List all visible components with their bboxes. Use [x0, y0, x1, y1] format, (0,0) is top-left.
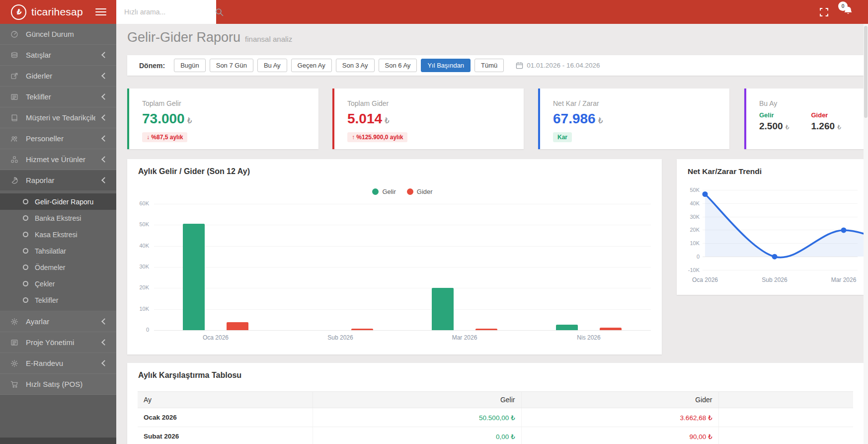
date-range-text: 01.01.2026 - 16.04.2026 — [527, 62, 600, 69]
notifications-bell[interactable]: 0 — [843, 6, 853, 18]
chevron-left-icon — [101, 93, 108, 100]
circle-icon — [23, 215, 28, 221]
chevron-left-icon — [101, 135, 108, 142]
period-button-son-7-g-n[interactable]: Son 7 Gün — [210, 59, 253, 73]
sidebar-subitem-demeler[interactable]: Ödemeler — [0, 259, 116, 275]
bar-chart-card: Aylık Gelir / Gider (Son 12 Ay) GelirGid… — [127, 159, 662, 355]
bar-gelir-nis-2026 — [556, 325, 578, 330]
x-axis-label: Nis 2026 — [566, 334, 611, 341]
app-window: ₺ ticarihesap 0 Günc — [0, 0, 868, 444]
reports-icon — [10, 177, 19, 184]
cell-gider: 90,00 ₺ — [521, 427, 718, 444]
table-title: Aylık Karşılaştırma Tablosu — [138, 371, 241, 380]
trend-line-svg — [677, 159, 864, 295]
cell-gider: 3.662,68 ₺ — [521, 408, 718, 427]
scrollbar-thumb[interactable] — [864, 26, 868, 118]
period-button-bu-ay[interactable]: Bu Ay — [257, 59, 287, 73]
table-header: AyGelirGider — [138, 392, 853, 408]
comparison-table-card: Aylık Karşılaştırma Tablosu AyGelirGider… — [127, 363, 864, 444]
search-input[interactable] — [123, 7, 215, 16]
sidebar-subitem-teklifler[interactable]: Teklifler — [0, 292, 116, 308]
kar-badge: Kar — [553, 132, 572, 142]
period-button-son-6-ay[interactable]: Son 6 Ay — [379, 59, 417, 73]
sidebar-menu: Güncel DurumSatışlarGiderlerTekliflerMüş… — [0, 24, 116, 395]
fullscreen-icon[interactable] — [820, 8, 828, 16]
gridline — [154, 225, 651, 225]
brand[interactable]: ₺ ticarihesap — [0, 0, 116, 24]
circle-icon — [23, 232, 28, 237]
period-button-son-3-ay[interactable]: Son 3 Ay — [336, 59, 375, 73]
bar-gider-oca-2026 — [227, 322, 248, 330]
bar-gider-mar-2026 — [475, 329, 497, 330]
brand-logo-icon: ₺ — [11, 4, 26, 20]
scrollbar-track[interactable] — [864, 24, 868, 444]
sidebar-item-h-zl-sat-pos[interactable]: Hızlı Satış (POS) — [0, 374, 116, 395]
bar-gider-sub-2026 — [351, 329, 373, 330]
chevron-left-icon — [101, 360, 108, 366]
cell-gelir: 50.500,00 ₺ — [313, 408, 521, 427]
sidebar-subitem-tahsilatlar[interactable]: Tahsilatlar — [0, 243, 116, 259]
sidebar-item-hizmet-ve-r-nler[interactable]: Hizmet ve Ürünler — [0, 149, 116, 170]
trend-chart-plot: 50K40K30K20K10K0-10KOca 2026Sub 2026Mar … — [677, 159, 864, 295]
sidebar-item-giderler[interactable]: Giderler — [0, 66, 116, 87]
sidebar-item-e-randevu[interactable]: E-Randevu — [0, 353, 116, 374]
table-column-ay: Ay — [138, 392, 313, 408]
gridline — [154, 330, 651, 331]
sidebar-item-ayarlar[interactable]: Ayarlar — [0, 311, 116, 332]
period-button-t-m[interactable]: Tümü — [474, 59, 504, 73]
pos-icon — [10, 380, 19, 388]
sidebar-item-raporlar[interactable]: Raporlar — [0, 170, 116, 191]
stat-card-toplam-gider: Toplam Gider 5.014₺ ↑ %125.900,0 aylık — [332, 89, 524, 149]
stat-value: 73.000₺ — [142, 112, 306, 126]
sidebar-item-proje-y-netimi[interactable]: Proje Yönetimi — [0, 332, 116, 353]
bu-ay-columns: Gelir 2.500 ₺ Gider 1.260 ₺ — [759, 111, 868, 132]
y-axis-tick: 10K — [127, 306, 149, 312]
sidebar-subitem-ekler[interactable]: Çekler — [0, 275, 116, 292]
sidebar-item-g-ncel-durum[interactable]: Güncel Durum — [0, 24, 116, 45]
bar-gelir-oca-2026 — [183, 224, 205, 330]
sidebar-item-m-teri-ve-tedarik-iler[interactable]: Müşteri ve Tedarikçiler — [0, 107, 116, 128]
y-axis-tick: 0 — [127, 327, 149, 333]
x-axis-label: Mar 2026 — [442, 334, 487, 341]
period-button-y-l-ba-ndan[interactable]: Yıl Başından — [421, 59, 471, 73]
hamburger-menu-icon[interactable] — [92, 5, 109, 18]
sidebar-subitem-gelir-gider-raporu[interactable]: Gelir-Gider Raporu — [0, 193, 116, 210]
sidebar-item-teklifler[interactable]: Teklifler — [0, 87, 116, 107]
sidebar-subitem-label: Banka Ekstresi — [35, 214, 81, 222]
arrow-down-icon: ↓ — [147, 134, 150, 141]
stat-label: Toplam Gider — [347, 99, 511, 107]
search-icon[interactable] — [215, 8, 224, 16]
trend-chart-card: Net Kar/Zarar Trendi 50K40K30K20K10K0-10… — [677, 159, 864, 295]
y-axis-tick: 40K — [127, 243, 149, 249]
period-button-ge-en-ay[interactable]: Geçen Ay — [291, 59, 332, 73]
brand-name: ticarihesap — [31, 6, 83, 18]
gridline — [154, 267, 651, 267]
chevron-left-icon — [101, 73, 108, 79]
circle-icon — [23, 265, 28, 270]
table-row-ocak-2026: Ocak 202650.500,00 ₺3.662,68 ₺ — [138, 408, 853, 427]
stat-change-badge: ↑ %125.900,0 aylık — [347, 132, 407, 142]
period-label: Dönem: — [139, 62, 165, 70]
projects-icon — [10, 339, 19, 347]
bar-chart-plot: 60K50K40K30K20K10K0Oca 2026Sub 2026Mar 2… — [127, 159, 662, 355]
table-column-empty — [718, 392, 853, 408]
sidebar-item-sat-lar[interactable]: Satışlar — [0, 45, 116, 66]
notification-count-badge: 0 — [838, 1, 848, 11]
gridline — [154, 309, 651, 310]
topbar-actions: 0 — [820, 0, 868, 24]
sidebar-item-personeller[interactable]: Personeller — [0, 128, 116, 149]
period-buttons: BugünSon 7 GünBu AyGeçen AySon 3 AySon 6… — [174, 59, 504, 73]
x-axis-label: Oca 2026 — [193, 334, 238, 341]
sidebar-subitem-kasa-ekstresi[interactable]: Kasa Ekstresi — [0, 226, 116, 243]
sidebar-item-label: Giderler — [26, 72, 95, 80]
sidebar-filler — [0, 395, 116, 438]
chevron-left-icon — [101, 318, 108, 325]
chevron-left-icon — [101, 339, 108, 346]
period-button-bug-n[interactable]: Bugün — [174, 59, 206, 73]
stat-change-badge: ↓ %87,5 aylık — [142, 132, 187, 142]
appointment-icon — [10, 359, 19, 367]
sidebar-subitem-banka-ekstresi[interactable]: Banka Ekstresi — [0, 210, 116, 226]
sidebar-item-label: Hizmet ve Ürünler — [26, 155, 95, 164]
chevron-left-icon — [101, 177, 108, 183]
quick-search — [116, 0, 216, 24]
